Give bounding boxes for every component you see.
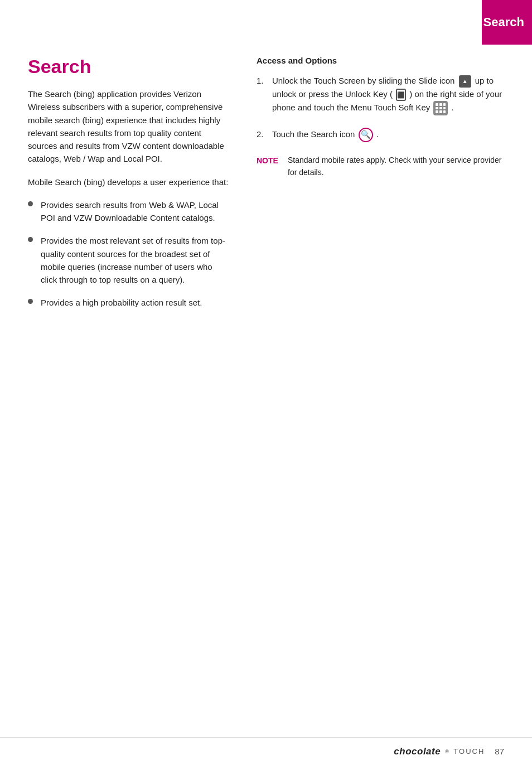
- slide-icon: [459, 75, 471, 88]
- step-2-end: .: [376, 129, 379, 139]
- step-2-number: 2.: [257, 128, 268, 141]
- menu-icon-cell: [436, 103, 438, 106]
- header-tab: Search: [482, 0, 532, 45]
- unlock-key-icon: ⬛: [396, 89, 406, 101]
- note-block: NOTE Standard mobile rates apply. Check …: [257, 154, 504, 178]
- menu-icon-cell: [443, 103, 446, 106]
- bullet-text-1: Provides search results from Web & WAP, …: [41, 198, 229, 225]
- right-column: Access and Options 1. Unlock the Touch S…: [245, 39, 532, 725]
- header-tab-label: Search: [483, 15, 524, 30]
- note-text: Standard mobile rates apply. Check with …: [288, 154, 504, 178]
- access-heading: Access and Options: [257, 56, 504, 65]
- brand-name: chocolate: [394, 746, 441, 757]
- bullet-text-3: Provides a high probability action resul…: [41, 296, 202, 309]
- menu-icon-cell: [439, 110, 442, 113]
- list-item: Provides the most relevant set of result…: [28, 234, 229, 286]
- brand-touch: TOUCH: [453, 747, 485, 756]
- feature-list: Provides search results from Web & WAP, …: [28, 198, 229, 309]
- bullet-dot: [28, 201, 33, 206]
- list-item: Provides a high probability action resul…: [28, 296, 229, 309]
- step-2-pre: Touch the Search icon: [272, 129, 355, 139]
- step-1-pre: Unlock the Touch Screen by sliding the S…: [272, 76, 454, 85]
- list-item: Provides search results from Web & WAP, …: [28, 198, 229, 225]
- intro-paragraph-2: Mobile Search (bing) develops a user exp…: [28, 176, 229, 188]
- step-2: 2. Touch the Search icon 🔍 .: [257, 128, 504, 142]
- menu-icon-cell: [439, 103, 442, 106]
- registered-mark: ®: [445, 749, 449, 754]
- menu-icon-grid: [433, 101, 448, 115]
- menu-soft-key-icon: [433, 101, 448, 115]
- step-2-text: Touch the Search icon 🔍 .: [272, 128, 504, 142]
- menu-icon-cell: [443, 107, 446, 110]
- footer-brand: chocolate® TOUCH: [394, 746, 485, 757]
- bullet-text-2: Provides the most relevant set of result…: [41, 234, 229, 286]
- step-1-text: Unlock the Touch Screen by sliding the S…: [272, 74, 504, 115]
- note-label: NOTE: [257, 154, 280, 167]
- step-1: 1. Unlock the Touch Screen by sliding th…: [257, 74, 504, 115]
- page-title: Search: [28, 56, 229, 78]
- page-number: 87: [495, 747, 504, 756]
- bullet-dot: [28, 299, 33, 304]
- page-footer: chocolate® TOUCH 87: [0, 737, 532, 765]
- menu-icon-cell: [443, 110, 446, 113]
- menu-icon-cell: [436, 107, 438, 110]
- page-layout: Search The Search (bing) application pro…: [0, 0, 532, 725]
- left-column: Search The Search (bing) application pro…: [0, 39, 245, 725]
- intro-paragraph-1: The Search (bing) application provides V…: [28, 88, 229, 166]
- menu-icon-cell: [439, 107, 442, 110]
- bullet-dot: [28, 237, 33, 242]
- step-1-number: 1.: [257, 74, 268, 87]
- search-icon: 🔍: [359, 128, 373, 142]
- step-1-end: .: [452, 103, 454, 112]
- menu-icon-cell: [436, 110, 438, 113]
